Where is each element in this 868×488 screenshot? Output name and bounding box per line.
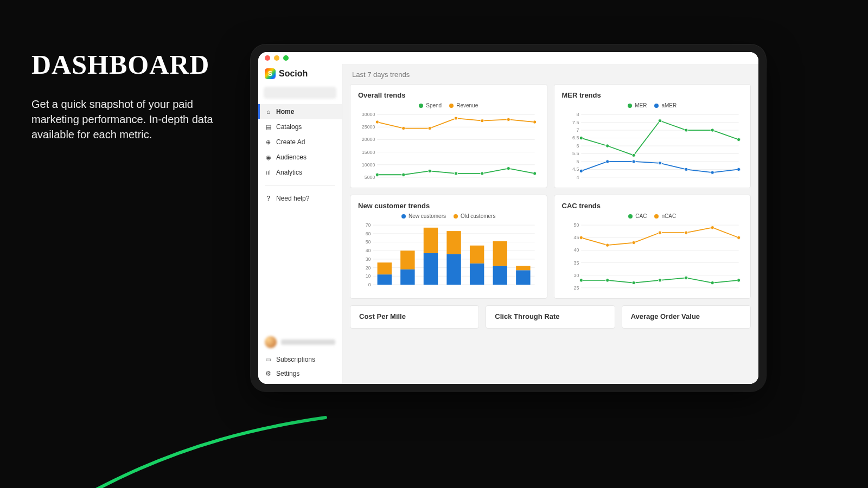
svg-point-105 (711, 281, 714, 284)
need-help-link[interactable]: ? Need help? (258, 191, 342, 206)
svg-text:20: 20 (366, 265, 371, 271)
card-ctr[interactable]: Click Through Rate (486, 305, 615, 329)
svg-text:0: 0 (368, 282, 371, 287)
svg-rect-77 (400, 251, 414, 269)
svg-point-24 (507, 118, 510, 121)
sidebar-item-subscriptions[interactable]: ▭ Subscriptions (258, 352, 342, 367)
svg-rect-75 (378, 262, 392, 274)
svg-text:7: 7 (576, 127, 579, 133)
svg-point-103 (658, 279, 661, 282)
svg-text:6: 6 (576, 143, 579, 149)
svg-rect-85 (493, 241, 507, 266)
svg-text:40: 40 (366, 248, 371, 253)
svg-point-102 (631, 281, 635, 284)
device-frame: S Socioh ⌂ Home ▤ Catalogs ⊕ Create (251, 44, 766, 391)
card-overall-trends[interactable]: Overall trends SpendRevenue 500010000150… (350, 84, 547, 188)
svg-point-54 (658, 162, 661, 165)
svg-point-107 (579, 236, 583, 239)
svg-point-46 (631, 153, 635, 157)
svg-point-22 (454, 117, 457, 120)
svg-rect-84 (493, 266, 507, 285)
brand[interactable]: S Socioh (258, 64, 342, 85)
svg-text:8: 8 (576, 112, 579, 117)
sidebar-item-label: Catalogs (276, 123, 302, 131)
svg-text:4: 4 (576, 175, 579, 180)
svg-text:5000: 5000 (365, 175, 375, 180)
svg-text:30000: 30000 (362, 112, 375, 117)
card-icon: ▭ (265, 356, 272, 363)
svg-point-47 (658, 119, 661, 123)
brand-logo-icon: S (265, 68, 276, 79)
sidebar-item-audiences[interactable]: ◉ Audiences (258, 150, 342, 165)
line-chart-cac: 253035404550 (562, 221, 743, 292)
svg-point-14 (428, 169, 431, 172)
svg-rect-81 (446, 231, 461, 254)
chart-legend: SpendRevenue (358, 102, 539, 108)
account-selector[interactable] (264, 87, 336, 99)
sidebar-item-label: Analytics (276, 169, 302, 176)
nav-secondary: ▭ Subscriptions ⚙ Settings (258, 352, 342, 384)
svg-text:60: 60 (366, 231, 371, 236)
chart-legend: New customersOld customers (358, 213, 539, 219)
svg-point-16 (481, 172, 484, 175)
minimize-icon[interactable] (274, 55, 279, 61)
svg-text:50: 50 (573, 222, 579, 228)
sidebar-item-settings[interactable]: ⚙ Settings (258, 367, 342, 381)
card-title: CAC trends (562, 202, 743, 210)
svg-text:10000: 10000 (362, 162, 375, 168)
brand-name: Socioh (279, 69, 308, 79)
svg-text:20000: 20000 (362, 137, 375, 142)
sidebar-item-analytics[interactable]: ııl Analytics (258, 165, 342, 180)
hero-title: DASHBOARD (31, 49, 216, 80)
svg-text:30: 30 (366, 256, 371, 262)
svg-text:10: 10 (366, 273, 371, 279)
svg-rect-83 (470, 246, 484, 264)
card-new-customer-trends[interactable]: New customer trends New customersOld cus… (350, 195, 547, 299)
svg-point-12 (375, 173, 379, 176)
svg-point-51 (579, 169, 583, 172)
svg-text:25: 25 (573, 285, 579, 291)
svg-point-104 (684, 276, 687, 279)
sidebar-item-catalogs[interactable]: ▤ Catalogs (258, 119, 342, 134)
svg-point-49 (711, 129, 714, 132)
svg-text:50: 50 (366, 239, 371, 245)
svg-point-25 (533, 120, 537, 124)
svg-text:15000: 15000 (362, 150, 375, 155)
sidebar-item-label: Audiences (276, 153, 307, 161)
maximize-icon[interactable] (283, 55, 289, 61)
sidebar-item-home[interactable]: ⌂ Home (258, 104, 342, 119)
chart-icon: ııl (265, 169, 272, 176)
sidebar-item-create-ad[interactable]: ⊕ Create Ad (258, 134, 342, 150)
svg-point-106 (737, 279, 740, 282)
svg-point-113 (737, 236, 740, 239)
card-cac-trends[interactable]: CAC trends CACnCAC 253035404550 (554, 195, 751, 299)
card-title: Overall trends (358, 91, 539, 99)
card-cpm[interactable]: Cost Per Mille (350, 305, 479, 329)
svg-point-110 (658, 231, 661, 234)
sidebar: S Socioh ⌂ Home ▤ Catalogs ⊕ Create (258, 64, 342, 384)
card-aov[interactable]: Average Order Value (622, 305, 751, 329)
bar-chart-new-customers: 010203040506070 (358, 221, 539, 292)
svg-text:40: 40 (573, 247, 579, 253)
line-chart-mer: 44.555.566.577.58 (562, 111, 743, 181)
gear-icon: ⚙ (265, 370, 272, 377)
svg-point-18 (533, 172, 537, 175)
svg-point-108 (605, 243, 609, 247)
user-profile[interactable] (258, 332, 342, 352)
sidebar-item-label: Subscriptions (276, 356, 315, 363)
svg-point-109 (631, 241, 635, 244)
app-screen: S Socioh ⌂ Home ▤ Catalogs ⊕ Create (258, 52, 758, 384)
svg-text:4.5: 4.5 (572, 166, 579, 172)
user-name (281, 339, 335, 345)
svg-point-44 (579, 136, 583, 139)
sidebar-item-label: Home (276, 108, 294, 115)
svg-point-45 (605, 144, 609, 147)
user-icon: ◉ (265, 154, 272, 161)
svg-point-101 (605, 279, 609, 282)
close-icon[interactable] (265, 55, 270, 61)
svg-point-52 (605, 160, 609, 163)
card-mer-trends[interactable]: MER trends MERaMER 44.555.566.577.58 (554, 84, 751, 188)
card-title: MER trends (562, 91, 743, 99)
svg-text:5: 5 (576, 159, 579, 164)
home-icon: ⌂ (265, 108, 272, 115)
